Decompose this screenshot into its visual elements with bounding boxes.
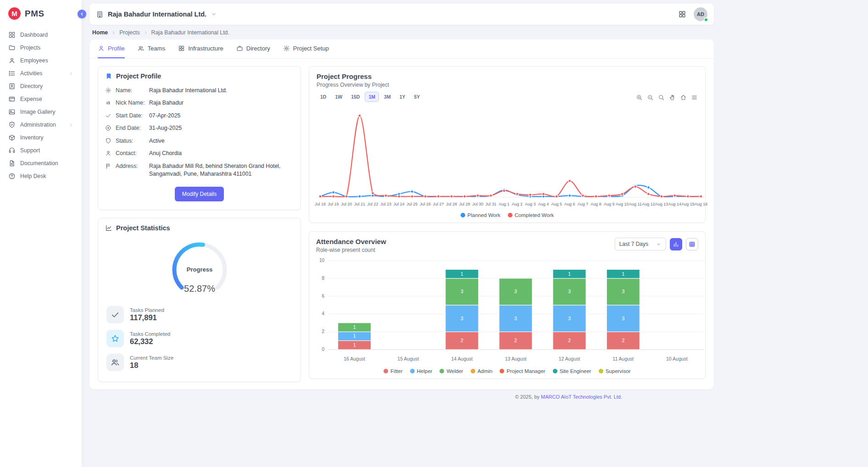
svg-text:1: 1 [622,271,624,277]
profile-field-name: Name:Raja Bahadur International Ltd. [98,84,300,97]
left-column: Project Profile Name:Raja Bahadur Intern… [98,66,301,382]
legend-item-planned-work[interactable]: Planned Work [461,212,501,218]
sidebar-item-projects[interactable]: Projects [5,42,77,54]
company-selector[interactable]: Raja Bahadur International Ltd. [96,11,217,18]
sidebar-item-help-desk[interactable]: Help Desk [5,170,77,182]
svg-text:Jul 20: Jul 20 [341,202,352,206]
svg-text:Aug 7: Aug 7 [578,202,589,206]
breadcrumb-item[interactable]: Home [92,29,108,36]
selection-zoom-button[interactable] [658,94,665,101]
legend-label: Completed Work [515,212,554,218]
range-button-5y[interactable]: 5Y [410,92,423,102]
sidebar-item-employees[interactable]: Employees [5,55,77,67]
svg-text:Jul 22: Jul 22 [367,202,378,206]
chart-view-button[interactable] [670,238,682,250]
attendance-range-select[interactable]: Last 7 Days [615,238,666,250]
svg-text:2: 2 [514,338,517,343]
stat-icon-box [106,330,124,347]
project-profile-title: Project Profile [116,72,161,80]
sidebar-item-label: Inventory [20,134,44,141]
sidebar-item-label: Support [20,147,40,154]
sidebar-item-image-gallery[interactable]: Image Gallery [5,106,77,118]
svg-text:Aug 6: Aug 6 [564,202,575,206]
sidebar-item-activities[interactable]: Activities [5,67,77,79]
sidebar-item-label: Administration [20,122,56,128]
svg-text:3: 3 [461,316,463,321]
legend-item-fitter[interactable]: Fitter [384,368,402,374]
field-label: Status: [116,137,145,145]
legend-item-project-manager[interactable]: Project Manager [500,368,545,374]
legend-label: Planned Work [467,212,501,218]
footer-link[interactable]: MARCO AIoT Technologies Pvt. Ltd. [541,394,622,400]
sidebar-item-administration[interactable]: Administration [5,119,77,131]
briefcase-icon [236,45,243,52]
sidebar-collapse-button[interactable] [78,10,86,18]
pan-button[interactable] [669,94,676,101]
svg-text:Jul 31: Jul 31 [485,202,496,206]
content-container: ProfileTeamsInfrastructureDirectoryProje… [89,39,714,389]
legend-item-helper[interactable]: Helper [410,368,433,374]
sidebar-item-inventory[interactable]: Inventory [5,132,77,144]
chevron-down-icon [656,241,662,247]
employees-icon [8,57,16,64]
users-icon [111,358,120,367]
legend-item-site-engineer[interactable]: Site Engineer [553,368,591,374]
zoom-in-button[interactable] [636,94,643,101]
stat-label: Current Team Size [130,355,173,361]
menu-button[interactable] [691,94,698,101]
breadcrumb-item[interactable]: Projects [119,29,139,36]
range-button-15d[interactable]: 15D [347,92,363,102]
sidebar-item-expense[interactable]: Expense [5,93,77,105]
breadcrumb-item: Raja Bahadur International Ltd. [151,29,229,36]
legend-item-supervisor[interactable]: Supervisor [599,368,631,374]
range-button-3m[interactable]: 3M [380,92,395,102]
sidebar-item-label: Employees [20,57,48,64]
avatar[interactable]: AD [694,7,707,21]
chart-line-icon [105,224,112,232]
tab-teams[interactable]: Teams [138,39,165,58]
range-button-1d[interactable]: 1D [317,92,330,102]
tab-directory[interactable]: Directory [236,39,270,58]
field-label: Address: [116,162,145,170]
users-icon [138,45,145,52]
svg-text:Aug 8: Aug 8 [590,202,601,206]
tab-profile[interactable]: Profile [98,39,125,58]
svg-text:1: 1 [353,324,356,330]
tab-project-setup[interactable]: Project Setup [283,39,329,58]
table-icon [689,241,696,248]
range-row: 1D1W15D1M3M1Y5Y [309,89,705,102]
sidebar-item-label: Dashboard [20,32,48,38]
chevron-down-icon [656,241,662,247]
range-button-1w[interactable]: 1W [331,92,346,102]
breadcrumb-separator [143,30,148,35]
svg-text:16 August: 16 August [344,356,365,361]
legend-label: Fitter [390,368,402,374]
sidebar-item-dashboard[interactable]: Dashboard [5,29,77,41]
legend-item-completed-work[interactable]: Completed Work [508,212,554,218]
svg-text:Aug 2: Aug 2 [512,202,523,206]
zoom-out-button[interactable] [647,94,654,101]
project-statistics-header: Project Statistics [98,218,300,236]
svg-text:52.87%: 52.87% [184,284,215,294]
attendance-chart[interactable]: 024681011116 August15 August233114 Augus… [309,255,705,367]
sidebar-item-documentation[interactable]: Documentation [5,157,77,169]
progress-chart-svg: Jul 18Jul 19Jul 20Jul 21Jul 22Jul 23Jul … [313,103,708,209]
avatar-initials: AD [697,11,704,17]
project-statistics-card: Project Statistics Progress 52.87% Tasks… [98,218,301,382]
sidebar-item-support[interactable]: Support [5,145,77,156]
stat-list: Tasks Planned117,891Tasks Completed62,33… [98,301,300,382]
table-view-button[interactable] [686,238,698,250]
tab-infrastructure[interactable]: Infrastructure [178,39,223,58]
progress-chart[interactable]: Jul 18Jul 19Jul 20Jul 21Jul 22Jul 23Jul … [309,102,705,211]
home-button[interactable] [680,94,687,101]
project-statistics-title: Project Statistics [116,224,170,232]
sidebar-nav: DashboardProjectsEmployeesActivitiesDire… [0,26,82,185]
modify-details-button[interactable]: Modify Details [175,187,224,201]
apps-grid-button[interactable] [678,10,686,18]
range-button-1m[interactable]: 1M [365,92,379,102]
sidebar-item-directory[interactable]: Directory [5,80,77,92]
sidebar-item-label: Help Desk [20,173,46,179]
legend-item-welder[interactable]: Welder [440,368,463,374]
legend-item-admin[interactable]: Admin [471,368,493,374]
range-button-1y[interactable]: 1Y [396,92,409,102]
